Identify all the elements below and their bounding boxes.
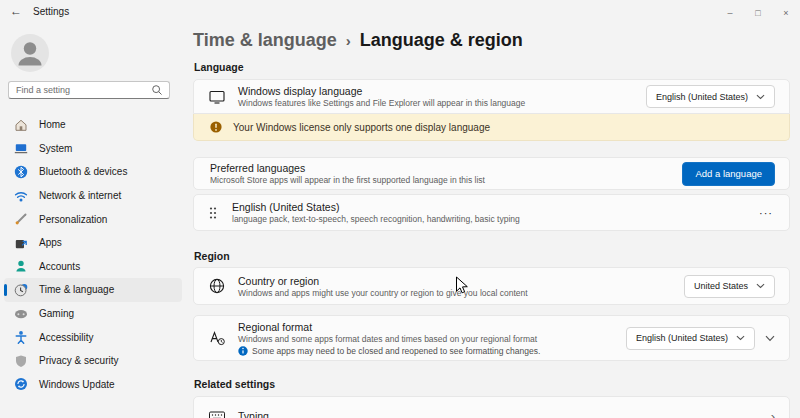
settings-window: ← Settings – □ × bbox=[0, 0, 800, 418]
back-button[interactable]: ← bbox=[10, 4, 22, 18]
sidebar-item-label: Home bbox=[39, 119, 66, 130]
language-features: language pack, text-to-speech, speech re… bbox=[232, 214, 757, 224]
search-icon bbox=[151, 84, 163, 96]
globe-icon bbox=[208, 277, 226, 295]
chevron-down-icon bbox=[756, 283, 765, 289]
section-label-region: Region bbox=[194, 250, 230, 262]
setting-title: Preferred languages bbox=[210, 162, 682, 174]
sidebar-item-privacy[interactable]: Privacy & security bbox=[4, 349, 182, 373]
system-icon bbox=[14, 141, 28, 155]
sidebar: Home System Bluetooth & devices bbox=[0, 25, 186, 418]
section-label-language: Language bbox=[194, 61, 244, 73]
search-box bbox=[8, 81, 170, 99]
sidebar-item-time-language[interactable]: Time & language bbox=[4, 278, 182, 302]
setting-title: Typing bbox=[238, 410, 771, 418]
expand-card-button[interactable] bbox=[765, 335, 775, 342]
info-icon bbox=[238, 346, 248, 356]
regional-format-text: Regional format Windows and some apps fo… bbox=[238, 321, 626, 356]
display-language-dropdown[interactable]: English (United States) bbox=[646, 85, 775, 108]
typing-text: Typing bbox=[238, 410, 771, 418]
sidebar-nav: Home System Bluetooth & devices bbox=[4, 113, 182, 396]
sidebar-item-home[interactable]: Home bbox=[4, 113, 182, 137]
license-warning-banner: Your Windows license only supports one d… bbox=[193, 114, 790, 141]
page-title: Language & region bbox=[360, 30, 523, 51]
sidebar-item-label: Time & language bbox=[39, 284, 114, 295]
sidebar-item-bluetooth[interactable]: Bluetooth & devices bbox=[4, 160, 182, 184]
setting-title: Regional format bbox=[238, 321, 626, 333]
sidebar-item-label: Windows Update bbox=[39, 379, 115, 390]
sidebar-item-accessibility[interactable]: Accessibility bbox=[4, 325, 182, 349]
add-language-button[interactable]: Add a language bbox=[682, 162, 775, 186]
accessibility-icon bbox=[14, 330, 28, 344]
setting-subtitle: Microsoft Store apps will appear in the … bbox=[210, 175, 682, 185]
time-language-icon bbox=[14, 283, 28, 297]
search-input[interactable] bbox=[9, 85, 151, 95]
drag-handle-icon[interactable] bbox=[208, 205, 218, 221]
breadcrumb-separator-icon: › bbox=[346, 32, 351, 49]
more-options-icon[interactable]: ··· bbox=[757, 207, 775, 219]
avatar bbox=[11, 34, 49, 72]
sidebar-item-label: Accessibility bbox=[39, 332, 93, 343]
main-content: Time & language › Language & region Lang… bbox=[193, 0, 790, 418]
sidebar-item-label: Personalization bbox=[39, 214, 107, 225]
section-label-related-settings: Related settings bbox=[194, 378, 275, 390]
dropdown-value: United States bbox=[694, 281, 748, 291]
dropdown-value: English (United States) bbox=[656, 92, 748, 102]
chevron-down-icon bbox=[765, 335, 775, 342]
warning-icon bbox=[210, 121, 222, 133]
gaming-icon bbox=[14, 307, 28, 321]
sidebar-item-gaming[interactable]: Gaming bbox=[4, 302, 182, 326]
regional-format-icon bbox=[208, 329, 226, 347]
windows-update-icon bbox=[14, 377, 28, 391]
sidebar-item-label: Privacy & security bbox=[39, 355, 118, 366]
mouse-cursor bbox=[455, 276, 470, 296]
apps-icon bbox=[14, 236, 28, 250]
chevron-down-icon bbox=[756, 94, 765, 100]
bluetooth-icon bbox=[14, 165, 28, 179]
display-language-text: Windows display language Windows feature… bbox=[238, 85, 646, 108]
sidebar-item-accounts[interactable]: Accounts bbox=[4, 255, 182, 279]
preferred-languages-card: Preferred languages Microsoft Store apps… bbox=[193, 157, 790, 190]
shield-icon bbox=[14, 354, 28, 368]
note-text: Some apps may need to be closed and reop… bbox=[252, 346, 540, 356]
app-title: Settings bbox=[33, 6, 69, 17]
regional-format-card: Regional format Windows and some apps fo… bbox=[193, 315, 790, 361]
home-icon bbox=[14, 118, 28, 132]
dropdown-value: English (United States) bbox=[636, 333, 728, 343]
selection-indicator bbox=[4, 284, 7, 296]
personalization-icon bbox=[14, 212, 28, 226]
sidebar-item-network[interactable]: Network & internet bbox=[4, 184, 182, 208]
typing-card[interactable]: Typing › bbox=[193, 396, 790, 418]
keyboard-icon bbox=[208, 407, 226, 418]
sidebar-item-label: Apps bbox=[39, 237, 62, 248]
language-row-text: English (United States) language pack, t… bbox=[232, 201, 757, 224]
setting-subtitle: Windows features like Settings and File … bbox=[238, 98, 646, 108]
sidebar-item-system[interactable]: System bbox=[4, 137, 182, 161]
monitor-icon bbox=[208, 88, 226, 106]
language-row: English (United States) language pack, t… bbox=[193, 194, 790, 231]
regional-format-dropdown[interactable]: English (United States) bbox=[626, 327, 755, 350]
sidebar-item-label: Network & internet bbox=[39, 190, 121, 201]
preferred-languages-text: Preferred languages Microsoft Store apps… bbox=[210, 162, 682, 185]
sidebar-item-personalization[interactable]: Personalization bbox=[4, 207, 182, 231]
language-name: English (United States) bbox=[232, 201, 757, 213]
country-region-card: Country or region Windows and apps might… bbox=[193, 267, 790, 305]
network-icon bbox=[14, 189, 28, 203]
sidebar-item-label: System bbox=[39, 143, 72, 154]
setting-subtitle: Windows and some apps format dates and t… bbox=[238, 334, 626, 344]
sidebar-item-apps[interactable]: Apps bbox=[4, 231, 182, 255]
breadcrumb-parent[interactable]: Time & language bbox=[193, 30, 337, 51]
setting-title: Windows display language bbox=[238, 85, 646, 97]
sidebar-item-label: Accounts bbox=[39, 261, 80, 272]
sidebar-item-label: Bluetooth & devices bbox=[39, 166, 127, 177]
display-language-card: Windows display language Windows feature… bbox=[193, 79, 790, 114]
chevron-right-icon: › bbox=[771, 409, 775, 418]
chevron-down-icon bbox=[736, 335, 745, 341]
breadcrumb: Time & language › Language & region bbox=[193, 30, 523, 51]
accounts-icon bbox=[14, 259, 28, 273]
sidebar-item-windows-update[interactable]: Windows Update bbox=[4, 373, 182, 397]
sidebar-item-label: Gaming bbox=[39, 308, 74, 319]
regional-format-note: Some apps may need to be closed and reop… bbox=[238, 346, 626, 356]
country-dropdown[interactable]: United States bbox=[684, 275, 775, 298]
warning-text: Your Windows license only supports one d… bbox=[233, 122, 490, 133]
